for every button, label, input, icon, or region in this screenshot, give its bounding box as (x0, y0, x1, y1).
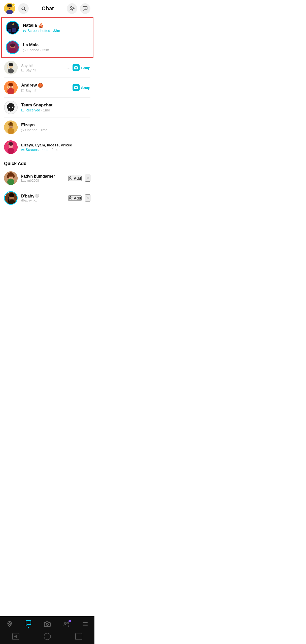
snap-button-andrew[interactable]: Snap (73, 84, 90, 91)
add-kadyn-button[interactable]: Add (68, 176, 82, 181)
elzeyn-name: Elzeyn (21, 123, 90, 128)
group-info: Elzeyn, Lyam, kicess, Prixee ⋈ Screensho… (21, 143, 90, 152)
svg-line-7 (24, 10, 26, 11)
la-mala-info: La Mala ▷ Opened · 35m (23, 43, 89, 52)
my-avatar[interactable] (4, 3, 15, 14)
dismiss-kadyn-button[interactable]: ✕ (85, 175, 90, 182)
chat-item-group[interactable]: Elzeyn, Lyam, kicess, Prixee ⋈ Screensho… (0, 137, 94, 157)
svg-point-41 (8, 148, 14, 154)
svg-point-36 (8, 128, 14, 134)
natalia-info: Natalia 🎪 ⋈ Screenshotted · 33m (23, 23, 89, 33)
elzeyn-status: ▷ Opened · 1mo (21, 128, 90, 132)
la-mala-name: La Mala (23, 43, 89, 48)
chat-item-la-mala[interactable]: La Mala ▷ Opened · 35m (2, 37, 93, 57)
team-snapchat-avatar (4, 101, 18, 114)
status-dot (12, 3, 15, 7)
screenshotted-icon: ⋈ (23, 29, 26, 33)
svg-point-15 (12, 23, 14, 25)
svg-point-30 (8, 83, 13, 87)
chat-item-team-snapchat[interactable]: Team Snapchat ☐ Received · 1mo (0, 98, 94, 117)
page-title: Chat (29, 5, 67, 12)
add-dbaby-button[interactable]: Add (68, 195, 82, 201)
unknown-avatar (4, 61, 18, 74)
andrew-info: Andrew 🏀 ☐ Say hi! (21, 83, 73, 93)
kadyn-name: kadyn bumgarner (21, 174, 68, 179)
svg-point-44 (8, 142, 13, 146)
dismiss-dbaby-button[interactable]: ✕ (85, 194, 90, 202)
add-friend-button[interactable] (67, 3, 77, 14)
andrew-avatar (4, 81, 18, 94)
opened-icon: ▷ (23, 48, 26, 52)
chat-item-andrew[interactable]: Andrew 🏀 ☐ Say hi! Snap (0, 78, 94, 97)
new-chat-button[interactable] (80, 3, 90, 14)
quick-add-dbaby[interactable]: D'baby🤍 dbabyy_xx Add ✕ (0, 188, 94, 208)
svg-point-47 (7, 179, 14, 185)
svg-point-59 (70, 196, 71, 198)
snap-button-unknown[interactable]: Snap (73, 64, 90, 71)
svg-point-25 (9, 63, 13, 66)
team-snapchat-name: Team Snapchat (21, 103, 90, 108)
svg-rect-16 (8, 29, 11, 32)
quick-add-kadyn[interactable]: kadyn bumgarner kadynb2008 Add ✕ (0, 168, 94, 188)
opened-icon-elzeyn: ▷ (21, 128, 24, 132)
group-name: Elzeyn, Lyam, kicess, Prixee (21, 143, 90, 147)
kadyn-info: kadyn bumgarner kadynb2008 (21, 174, 68, 182)
screenshotted-icon-group: ⋈ (21, 148, 25, 152)
unknown-status: ☐ Say hi! (21, 68, 66, 72)
natalia-name: Natalia 🎪 (23, 23, 89, 28)
highlighted-chats: Natalia 🎪 ⋈ Screenshotted · 33m (1, 17, 93, 58)
svg-point-24 (8, 68, 14, 73)
kadyn-avatar (4, 171, 18, 185)
svg-point-26 (75, 67, 77, 69)
svg-point-20 (9, 48, 16, 54)
chat-item-natalia[interactable]: Natalia 🎪 ⋈ Screenshotted · 33m (2, 18, 93, 37)
andrew-status: ☐ Say hi! (21, 89, 73, 93)
snap-camera-icon-andrew (73, 84, 80, 91)
dbaby-avatar-wrapper (4, 191, 18, 205)
svg-point-38 (10, 122, 12, 125)
group-avatar (4, 140, 18, 154)
header-left (4, 3, 29, 14)
dbaby-name: D'baby🤍 (21, 194, 68, 198)
svg-rect-17 (12, 28, 16, 32)
chat-item-elzeyn[interactable]: Elzeyn ▷ Opened · 1mo (0, 117, 94, 137)
natalia-status: ⋈ Screenshotted · 33m (23, 29, 89, 33)
la-mala-status: ▷ Opened · 35m (23, 48, 89, 52)
team-snapchat-status: ☐ Received · 1mo (21, 108, 90, 112)
svg-point-32 (9, 107, 10, 108)
header-right (67, 3, 90, 14)
dbaby-avatar (4, 191, 18, 205)
more-options-button[interactable]: ··· (66, 65, 71, 71)
chat-item-unknown[interactable]: Say hi! ☐ Say hi! ··· Snap (0, 58, 94, 77)
natalia-avatar (6, 21, 19, 34)
la-mala-avatar (6, 41, 19, 54)
elzeyn-info: Elzeyn ▷ Opened · 1mo (21, 123, 90, 132)
received-icon: ☐ (21, 108, 24, 112)
snap-label-andrew: Snap (81, 86, 90, 90)
search-button[interactable] (18, 3, 29, 14)
svg-point-21 (10, 44, 15, 47)
svg-point-51 (13, 174, 15, 178)
team-snapchat-info: Team Snapchat ☐ Received · 1mo (21, 103, 90, 112)
dbaby-actions: Add ✕ (68, 194, 90, 202)
kadyn-username: kadynb2008 (21, 179, 68, 182)
svg-point-58 (9, 193, 14, 197)
andrew-name: Andrew 🏀 (21, 83, 73, 88)
snap-camera-icon (73, 64, 80, 71)
svg-point-5 (7, 4, 12, 7)
svg-point-50 (7, 174, 9, 178)
snap-label: Snap (81, 66, 90, 70)
say-hi-icon: ☐ (21, 68, 24, 72)
svg-point-52 (70, 177, 71, 178)
andrew-emoji: 🏀 (38, 83, 43, 88)
quick-add-header: Quick Add (0, 157, 94, 168)
unknown-actions: ··· Snap (66, 64, 90, 71)
unknown-info: Say hi! ☐ Say hi! (21, 63, 66, 72)
header: Chat (0, 0, 94, 17)
andrew-actions: Snap (73, 84, 90, 91)
say-hi-icon-andrew: ☐ (21, 89, 24, 93)
dbaby-info: D'baby🤍 dbabyy_xx (21, 194, 68, 202)
kadyn-actions: Add ✕ (68, 175, 90, 182)
svg-point-8 (71, 7, 72, 8)
elzeyn-avatar (4, 120, 18, 134)
